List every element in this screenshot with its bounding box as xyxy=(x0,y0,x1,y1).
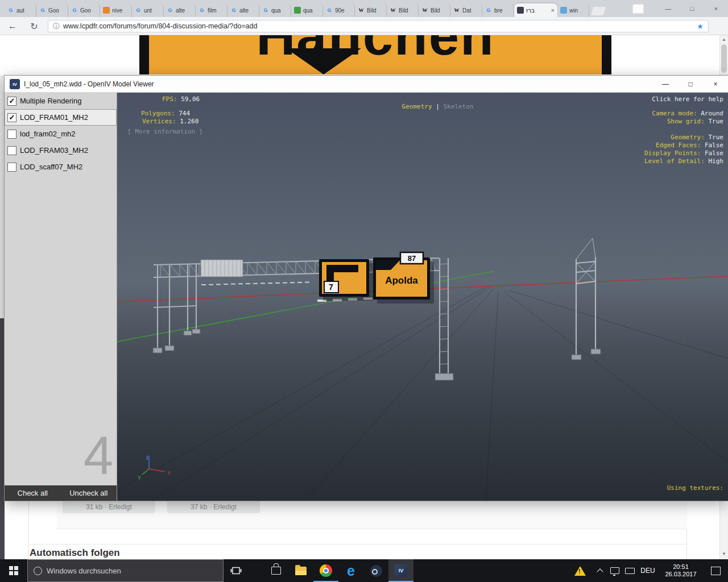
warning-tray-icon[interactable]: ! xyxy=(568,559,593,582)
browser-tab[interactable]: win xyxy=(557,3,589,17)
language-indicator[interactable]: DEU xyxy=(637,567,659,575)
follow-heading: Automatisch folgen xyxy=(30,547,120,559)
tab-geometry[interactable]: Geometry xyxy=(402,103,432,110)
model-sidebar: ✓ Multiple Rendering ✓ LOD_FRAM01_MH2 lo… xyxy=(5,93,117,501)
address-bar[interactable]: ⓘ www.lcpdfr.com/forums/forum/804-discus… xyxy=(48,20,709,32)
openiv-title-bar[interactable]: IV I_lod_05_mh2.wdd - OpenIV Model Viewe… xyxy=(5,76,728,93)
screen: G aut G Goo G Goo nive G unt G alte G fi… xyxy=(0,0,728,582)
tab-close-icon[interactable]: × xyxy=(551,7,555,14)
model-list-item[interactable]: ✓ LOD_FRAM01_MH2 xyxy=(5,109,117,126)
file-explorer-icon[interactable] xyxy=(288,559,313,582)
tray-keyboard-icon[interactable] xyxy=(622,559,637,582)
browser-tab[interactable]: G 90e xyxy=(323,3,355,17)
browser-tab[interactable]: G alte xyxy=(228,3,259,17)
scroll-up-icon[interactable]: ▲ xyxy=(720,37,728,42)
openiv-taskbar-icon[interactable]: IV xyxy=(388,559,413,582)
banner-text: Hänchen xyxy=(139,35,611,67)
model-list-item[interactable]: lod_fram02_mh2 xyxy=(5,126,117,142)
browser-minimize-button[interactable]: — xyxy=(656,0,680,17)
task-view-icon xyxy=(230,567,242,575)
tab-favicon: G xyxy=(198,7,205,14)
tab-label: win xyxy=(569,7,586,14)
model-list-item[interactable]: LOD_scaff07_MH2 xyxy=(5,159,117,175)
openiv-close-button[interactable]: × xyxy=(703,76,728,93)
back-icon[interactable]: ← xyxy=(5,17,20,35)
show-grid-readout: Show grid: True xyxy=(667,118,723,125)
model-checkbox[interactable] xyxy=(7,146,16,155)
reload-icon[interactable]: ↻ xyxy=(26,17,42,35)
model-checkbox[interactable]: ✓ xyxy=(7,97,16,106)
viewport-3d-scene[interactable]: 7 Apolda 87 xyxy=(117,93,728,501)
openiv-window: IV I_lod_05_mh2.wdd - OpenIV Model Viewe… xyxy=(5,76,728,501)
bookmark-star-icon[interactable]: ★ xyxy=(697,22,704,31)
taskbar-search[interactable]: Windows durchsuchen xyxy=(27,559,224,582)
tab-favicon: G xyxy=(485,7,492,14)
tab-label: 90e xyxy=(335,7,351,14)
new-tab-button[interactable] xyxy=(591,7,606,15)
page-left-edge-dark xyxy=(0,318,5,559)
action-center-icon[interactable] xyxy=(703,559,728,582)
browser-tab[interactable]: G film xyxy=(196,3,228,17)
tab-skeleton[interactable]: Skeleton xyxy=(443,103,473,110)
more-information-link[interactable]: [ More information ] xyxy=(127,128,202,135)
start-button[interactable] xyxy=(0,559,27,582)
browser-tab[interactable]: qua xyxy=(291,3,323,17)
tab-label: qua xyxy=(303,7,320,14)
help-link[interactable]: Click here for help xyxy=(652,95,723,103)
browser-tab[interactable]: G qua xyxy=(259,3,291,17)
tab-favicon xyxy=(103,7,110,14)
tray-display-icon[interactable] xyxy=(607,559,622,582)
browser-tab[interactable]: G bre xyxy=(482,3,514,17)
browser-tab[interactable]: W Dat xyxy=(450,3,482,17)
browser-tab[interactable]: G Goo xyxy=(36,3,68,17)
section-divider xyxy=(28,544,687,544)
tab-label: Dat xyxy=(462,7,479,14)
browser-tab[interactable]: nive xyxy=(100,3,132,17)
check-all-button[interactable]: Check all xyxy=(5,489,61,497)
store-icon[interactable] xyxy=(263,559,288,582)
browser-tab[interactable]: W Bild xyxy=(355,3,387,17)
sign1-number: 7 xyxy=(329,282,333,292)
url-text[interactable]: www.lcpdfr.com/forums/forum/804-discussi… xyxy=(63,22,693,30)
browser-close-button[interactable]: × xyxy=(704,0,728,17)
watermark-number: 4 xyxy=(84,429,113,483)
browser-tab[interactable]: G aut xyxy=(5,3,36,17)
browser-tab[interactable]: G alte xyxy=(164,3,196,17)
viewport[interactable]: 7 Apolda 87 xyxy=(117,93,728,501)
geometry-readout: Geometry: True xyxy=(671,134,723,141)
browser-tab[interactable]: ברז × xyxy=(514,3,557,17)
browser-tab[interactable]: G Goo xyxy=(68,3,100,17)
search-placeholder: Windows durchsuchen xyxy=(47,567,121,575)
tray-chevron-icon[interactable] xyxy=(593,559,607,582)
browser-tab[interactable]: G unt xyxy=(132,3,164,17)
model-label: LOD_scaff07_MH2 xyxy=(20,163,82,171)
task-view-button[interactable] xyxy=(224,559,249,582)
model-list-item[interactable]: ✓ Multiple Rendering xyxy=(5,93,117,109)
model-checkbox[interactable] xyxy=(7,130,16,139)
openiv-maximize-button[interactable]: □ xyxy=(678,76,703,93)
attachment-chip[interactable]: 31 kb · Erledigt xyxy=(63,501,155,513)
window-thumbnail-icon xyxy=(632,4,644,14)
scaffold-block xyxy=(201,260,243,277)
openiv-minimize-button[interactable]: — xyxy=(653,76,678,93)
sidebar-footer: Check all Uncheck all xyxy=(5,485,117,501)
attachment-chip[interactable]: 37 kb · Erledigt xyxy=(167,501,260,513)
site-info-icon[interactable]: ⓘ xyxy=(53,22,60,31)
apolda-sign: Apolda 87 xyxy=(373,252,434,304)
uncheck-all-button[interactable]: Uncheck all xyxy=(61,489,117,497)
browser-window-controls: — □ × xyxy=(656,0,728,17)
steam-icon[interactable] xyxy=(363,559,388,582)
windows-logo-icon xyxy=(9,566,18,575)
browser-tab[interactable]: W Bild xyxy=(419,3,450,17)
chrome-icon[interactable] xyxy=(313,559,338,582)
scroll-down-icon[interactable]: ▼ xyxy=(720,551,728,556)
browser-maximize-button[interactable]: □ xyxy=(680,0,704,17)
tab-favicon: G xyxy=(7,7,14,14)
browser-tab[interactable]: W Bild xyxy=(387,3,419,17)
clock[interactable]: 20:51 26.03.2017 xyxy=(659,563,703,578)
model-checkbox[interactable] xyxy=(7,163,16,172)
edge-icon[interactable]: e xyxy=(338,559,363,582)
scroll-thumb[interactable] xyxy=(721,44,727,73)
model-checkbox[interactable]: ✓ xyxy=(7,113,16,122)
model-list-item[interactable]: LOD_FRAM03_MH2 xyxy=(5,142,117,159)
